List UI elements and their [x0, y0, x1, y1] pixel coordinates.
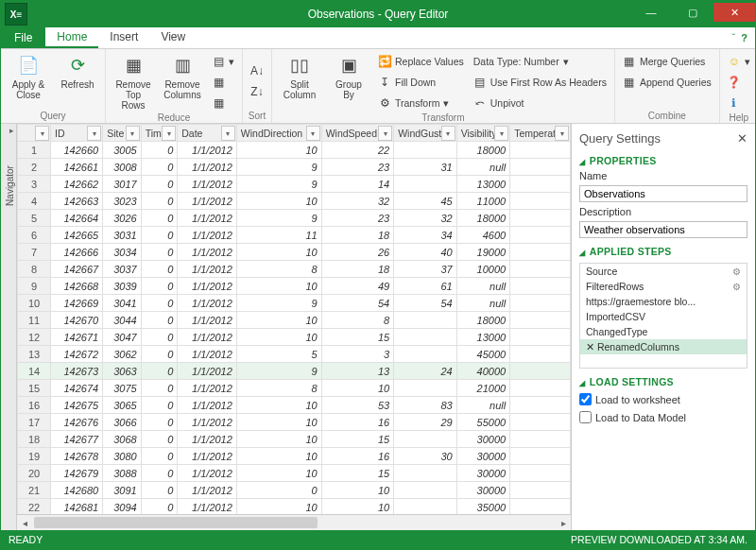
gear-icon[interactable]: ⚙	[732, 282, 741, 292]
table-row[interactable]: 19142678308001/1/201210163030000	[18, 448, 571, 465]
apply-close-button[interactable]: 📄Apply & Close	[5, 51, 52, 111]
remove-err-button[interactable]: ▦	[208, 93, 238, 112]
filter-dropdown-icon[interactable]: ▾	[441, 126, 455, 141]
cell[interactable]: 30000	[456, 431, 509, 448]
cell[interactable]: 21000	[456, 380, 509, 397]
remove-alt-button[interactable]: ▦	[208, 72, 238, 92]
row-number[interactable]: 6	[18, 227, 51, 244]
row-number[interactable]: 4	[18, 193, 51, 210]
table-row[interactable]: 15142674307501/1/201281021000	[18, 380, 571, 397]
cell[interactable]: 3039	[103, 278, 141, 295]
cell[interactable]: 15	[321, 465, 393, 482]
cell[interactable]: 1/1/2012	[178, 159, 237, 176]
sort-asc-button[interactable]: A↓	[247, 60, 267, 80]
column-header[interactable]: Site▾	[103, 125, 141, 142]
cell[interactable]: 23	[321, 210, 393, 227]
cell[interactable]: 1/1/2012	[178, 227, 237, 244]
cell[interactable]: 1/1/2012	[178, 431, 237, 448]
cell[interactable]: 142679	[51, 465, 103, 482]
cell[interactable]: 0	[141, 227, 178, 244]
row-number[interactable]: 8	[18, 261, 51, 278]
table-row[interactable]: 6142665303101/1/20121118344600	[18, 227, 571, 244]
cell[interactable]: 142675	[51, 397, 103, 414]
cell[interactable]	[394, 329, 457, 346]
cell[interactable]	[510, 346, 571, 363]
data-grid[interactable]: ▾ID▾Site▾Time▾Date▾WindDirection▾WindSpe…	[17, 124, 571, 514]
cell[interactable]: 3066	[103, 414, 141, 431]
cell[interactable]: 0	[141, 159, 178, 176]
cell[interactable]: 1/1/2012	[178, 210, 237, 227]
cell[interactable]	[394, 346, 457, 363]
cell[interactable]: 142680	[51, 482, 103, 499]
cell[interactable]: 0	[141, 482, 178, 499]
table-row[interactable]: 5142664302601/1/20129233218000	[18, 210, 571, 227]
cell[interactable]: 1/1/2012	[178, 312, 237, 329]
cell[interactable]: 142670	[51, 312, 103, 329]
cell[interactable]: 45000	[456, 346, 509, 363]
cell[interactable]: 3017	[103, 176, 141, 193]
cell[interactable]: 3065	[103, 397, 141, 414]
cell[interactable]: 3091	[103, 482, 141, 499]
cell[interactable]: 0	[141, 499, 178, 515]
cell[interactable]: 0	[141, 397, 178, 414]
row-number[interactable]: 21	[18, 482, 51, 499]
row-number[interactable]: 7	[18, 244, 51, 261]
ribbon-help-icon[interactable]: ?	[741, 32, 747, 43]
cell[interactable]: 49	[321, 278, 393, 295]
cell[interactable]: 54	[394, 295, 457, 312]
cell[interactable]: 142663	[51, 193, 103, 210]
replace-values-button[interactable]: 🔁Replace Values	[374, 51, 468, 71]
cell[interactable]	[510, 193, 571, 210]
remove-columns-button[interactable]: ▥Remove Columns	[159, 51, 206, 112]
cell[interactable]: 0	[141, 448, 178, 465]
column-header[interactable]: Visibility▾	[456, 125, 509, 142]
filter-dropdown-icon[interactable]: ▾	[162, 126, 176, 141]
row-number[interactable]: 15	[18, 380, 51, 397]
properties-header[interactable]: PROPERTIES	[579, 155, 747, 166]
cell[interactable]: 142660	[51, 142, 103, 159]
cell[interactable]: 1/1/2012	[178, 176, 237, 193]
cell[interactable]: 3075	[103, 380, 141, 397]
cell[interactable]: 0	[141, 465, 178, 482]
cell[interactable]: 29	[394, 414, 457, 431]
cell[interactable]: 0	[141, 312, 178, 329]
ribbon-collapse-icon[interactable]: ˇ	[732, 32, 736, 43]
cell[interactable]: 3062	[103, 346, 141, 363]
cell[interactable]: 15	[321, 431, 393, 448]
close-panel-icon[interactable]: ✕	[737, 131, 747, 146]
cell[interactable]: 13000	[456, 176, 509, 193]
cell[interactable]	[394, 312, 457, 329]
cell[interactable]: 10	[321, 380, 393, 397]
cell[interactable]: 18000	[456, 312, 509, 329]
column-header[interactable]: WindDirection▾	[236, 125, 321, 142]
cell[interactable]: 0	[141, 414, 178, 431]
cell[interactable]	[510, 244, 571, 261]
column-header[interactable]: WindSpeed▾	[321, 125, 393, 142]
cell[interactable]: 1/1/2012	[178, 363, 237, 380]
close-button[interactable]: ✕	[713, 3, 755, 22]
cell[interactable]: 0	[141, 176, 178, 193]
cell[interactable]: 30000	[456, 482, 509, 499]
cell[interactable]: 30	[394, 448, 457, 465]
cell[interactable]	[510, 295, 571, 312]
cell[interactable]: 1/1/2012	[178, 482, 237, 499]
row-number[interactable]: 18	[18, 431, 51, 448]
cell[interactable]: 4600	[456, 227, 509, 244]
cell[interactable]	[510, 176, 571, 193]
filter-dropdown-icon[interactable]: ▾	[494, 126, 508, 141]
tab-view[interactable]: View	[149, 27, 197, 48]
cell[interactable]: 10	[236, 465, 321, 482]
cell[interactable]: 142665	[51, 227, 103, 244]
filter-dropdown-icon[interactable]: ▾	[126, 126, 140, 141]
cell[interactable]: 142677	[51, 431, 103, 448]
cell[interactable]: 9	[236, 295, 321, 312]
table-row[interactable]: 9142668303901/1/2012104961null	[18, 278, 571, 295]
filter-dropdown-icon[interactable]: ▾	[87, 126, 101, 141]
scroll-right-icon[interactable]: ▸	[556, 515, 571, 530]
cell[interactable]: 0	[141, 193, 178, 210]
column-header[interactable]: ID▾	[51, 125, 103, 142]
scroll-left-icon[interactable]: ◂	[17, 515, 32, 530]
gear-icon[interactable]: ⚙	[732, 266, 741, 277]
cell[interactable]: 1/1/2012	[178, 261, 237, 278]
cell[interactable]: 0	[236, 482, 321, 499]
